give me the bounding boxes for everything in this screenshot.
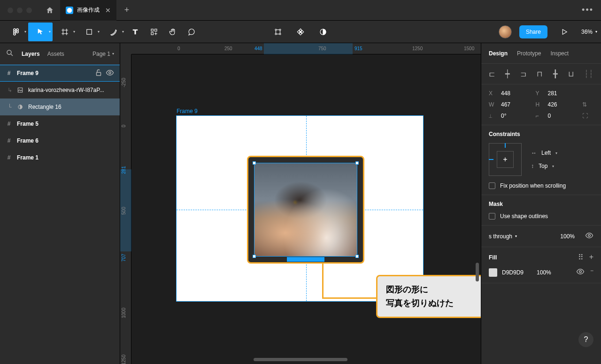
edit-object-tool[interactable] bbox=[269, 23, 287, 41]
assets-tab[interactable]: Assets bbox=[47, 51, 64, 57]
frame-label[interactable]: Frame 9 bbox=[177, 108, 198, 114]
align-bottom-icon[interactable]: ⊔ bbox=[568, 69, 574, 78]
tab-inspect[interactable]: Inspect bbox=[550, 50, 569, 57]
svg-point-5 bbox=[14, 33, 16, 35]
w-input[interactable]: W467 bbox=[489, 101, 532, 108]
chevron-down-icon: ▾ bbox=[595, 30, 597, 34]
independent-corners-icon[interactable]: ⛶ bbox=[582, 113, 593, 119]
cursor-icon bbox=[36, 28, 45, 36]
file-tab[interactable]: 画像作成 ✕ bbox=[60, 0, 116, 21]
style-icon[interactable]: ⠿ bbox=[578, 253, 584, 262]
mask-tool[interactable] bbox=[314, 23, 332, 41]
radius-input[interactable]: ⌐0 bbox=[536, 113, 579, 119]
resize-handle-br[interactable] bbox=[355, 255, 359, 258]
frame-tool[interactable]: ▾ bbox=[53, 23, 77, 41]
help-button[interactable]: ? bbox=[578, 332, 593, 347]
horizontal-icon: ↔ bbox=[531, 150, 537, 156]
unlock-icon[interactable] bbox=[94, 68, 103, 78]
x-input[interactable]: X448 bbox=[489, 90, 532, 97]
h-input[interactable]: H426 bbox=[536, 101, 579, 108]
share-button[interactable]: Share bbox=[519, 25, 547, 38]
align-left-icon[interactable]: ⊏ bbox=[489, 69, 495, 78]
distribute-icon[interactable]: ┆┆ bbox=[584, 69, 593, 78]
tab-design[interactable]: Design bbox=[489, 50, 508, 57]
svg-rect-7 bbox=[151, 29, 154, 31]
shape-tool[interactable]: ▾ bbox=[77, 23, 101, 41]
figma-file-icon bbox=[66, 7, 73, 14]
resize-handle-bl[interactable] bbox=[253, 255, 256, 258]
tab-title: 画像作成 bbox=[77, 6, 100, 14]
comment-tool[interactable] bbox=[182, 23, 201, 41]
layer-frame-9[interactable]: # Frame 9 bbox=[0, 65, 120, 82]
align-vcenter-icon[interactable]: ╋ bbox=[553, 69, 558, 78]
fill-title: Fill bbox=[489, 254, 497, 261]
scrollbar-vertical[interactable] bbox=[476, 263, 479, 281]
canvas[interactable]: 0 250 448 750 915 1250 1500 -250 0 281 5… bbox=[120, 43, 481, 364]
opacity-input[interactable]: 100% bbox=[560, 233, 575, 240]
svg-point-16 bbox=[7, 50, 11, 54]
svg-point-11 bbox=[275, 29, 277, 30]
pen-icon bbox=[109, 28, 118, 36]
layer-image[interactable]: ↳ karina-vorozheeva-rW-I87aP... bbox=[0, 82, 120, 99]
align-right-icon[interactable]: ⊐ bbox=[520, 69, 526, 78]
selection-box[interactable] bbox=[254, 163, 357, 257]
fill-hex-input[interactable]: D9D9D9 bbox=[502, 269, 524, 276]
eye-icon[interactable] bbox=[576, 267, 585, 277]
layer-rectangle-16[interactable]: └ Rectangle 16 bbox=[0, 99, 120, 115]
page-selector[interactable]: Page 1 ▾ bbox=[92, 51, 114, 57]
v-constraint-select[interactable]: ↕Top▾ bbox=[531, 163, 557, 169]
user-avatar[interactable] bbox=[499, 25, 512, 38]
titlebar: 画像作成 ✕ + ••• bbox=[0, 0, 601, 21]
svg-point-22 bbox=[579, 271, 582, 273]
layer-frame-1[interactable]: # Frame 1 bbox=[0, 149, 120, 166]
edit-object-icon bbox=[274, 28, 282, 36]
component-tool[interactable] bbox=[291, 23, 310, 41]
text-tool[interactable] bbox=[126, 23, 145, 41]
move-tool[interactable]: ▾ bbox=[28, 23, 53, 41]
ruler-horizontal: 0 250 448 750 915 1250 1500 bbox=[131, 43, 481, 54]
link-dimensions-icon[interactable]: ⇅ bbox=[582, 101, 593, 108]
svg-point-0 bbox=[67, 8, 72, 13]
new-tab-button[interactable]: + bbox=[116, 5, 137, 15]
constraints-title: Constraints bbox=[489, 131, 593, 137]
window-controls[interactable] bbox=[0, 8, 39, 13]
pen-tool[interactable]: ▾ bbox=[101, 23, 126, 41]
fill-swatch[interactable] bbox=[489, 268, 497, 277]
eye-icon[interactable] bbox=[585, 231, 593, 241]
hand-tool[interactable] bbox=[163, 23, 182, 41]
scrollbar-horizontal[interactable] bbox=[254, 358, 347, 361]
layer-frame-5[interactable]: # Frame 5 bbox=[0, 115, 120, 132]
zoom-control[interactable]: 36% ▾ bbox=[581, 29, 597, 35]
layer-frame-6[interactable]: # Frame 6 bbox=[0, 132, 120, 149]
frame-icon: # bbox=[6, 70, 12, 76]
y-input[interactable]: Y281 bbox=[536, 90, 579, 97]
align-hcenter-icon[interactable]: ┿ bbox=[505, 69, 510, 78]
overflow-menu[interactable]: ••• bbox=[582, 5, 601, 15]
align-top-icon[interactable]: ⊓ bbox=[537, 69, 542, 78]
search-icon[interactable] bbox=[6, 49, 14, 59]
present-button[interactable] bbox=[555, 23, 574, 41]
blend-mode-select[interactable]: s through▾ bbox=[489, 233, 517, 240]
tab-prototype[interactable]: Prototype bbox=[517, 50, 541, 57]
resize-handle-tr[interactable] bbox=[355, 161, 359, 165]
constraints-widget[interactable]: + bbox=[489, 143, 522, 176]
radius-icon: ⌐ bbox=[536, 113, 543, 119]
fix-scroll-checkbox[interactable]: Fix position when scrolling bbox=[489, 182, 593, 189]
mask-icon bbox=[17, 103, 23, 111]
mask-outlines-checkbox[interactable]: Use shape outlines bbox=[489, 213, 593, 220]
h-constraint-select[interactable]: ↔Left▾ bbox=[531, 150, 557, 156]
comment-icon bbox=[187, 28, 196, 36]
close-icon[interactable]: ✕ bbox=[105, 7, 111, 14]
resources-tool[interactable] bbox=[145, 23, 163, 41]
add-fill-icon[interactable]: + bbox=[589, 253, 593, 262]
rotation-input[interactable]: ⟂0° bbox=[489, 113, 532, 119]
home-button[interactable] bbox=[39, 0, 60, 21]
eye-icon[interactable] bbox=[106, 68, 114, 78]
remove-fill-icon[interactable]: − bbox=[590, 267, 593, 277]
resize-handle-tl[interactable] bbox=[253, 161, 256, 165]
chevron-down-icon: ▾ bbox=[49, 30, 51, 34]
layers-tab[interactable]: Layers bbox=[22, 51, 40, 57]
main-menu[interactable]: ▾ bbox=[4, 23, 28, 41]
annotation-connector bbox=[322, 264, 324, 299]
fill-opacity-input[interactable]: 100% bbox=[537, 269, 551, 276]
